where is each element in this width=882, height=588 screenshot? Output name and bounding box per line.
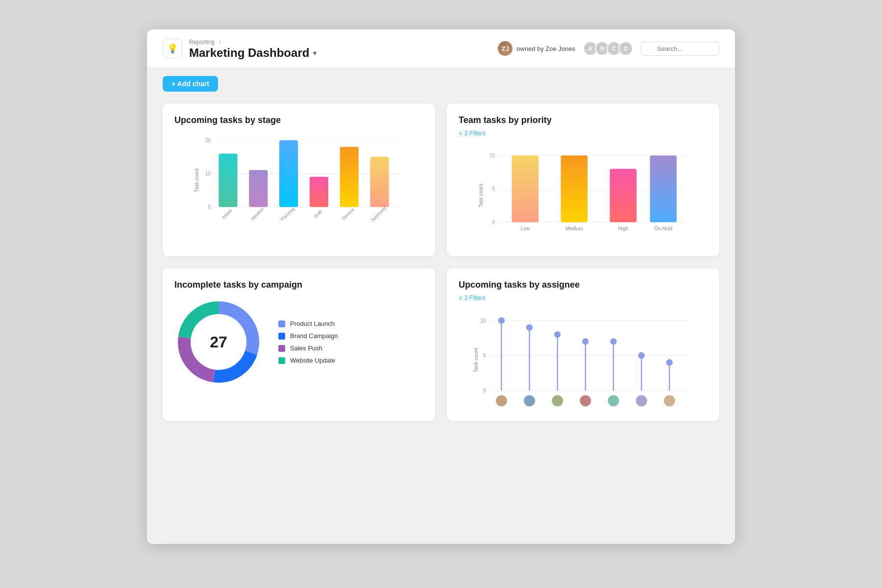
header: 💡 Reporting › Marketing Dashboard ▾ ZJ o… — [147, 29, 735, 68]
bar-chart-team: Task count 10 5 0 Low Medium High — [459, 147, 708, 245]
avatar: D — [618, 41, 633, 56]
svg-text:10: 10 — [205, 171, 211, 176]
svg-text:10: 10 — [480, 318, 486, 323]
owner-section: ZJ owned by Zoe Jones — [498, 41, 575, 56]
avatar: ZJ — [498, 41, 513, 56]
svg-rect-15 — [340, 147, 359, 207]
svg-text:20: 20 — [205, 138, 211, 143]
svg-rect-28 — [561, 155, 588, 222]
svg-point-58 — [580, 395, 591, 406]
svg-point-67 — [664, 395, 675, 406]
svg-text:High: High — [618, 226, 629, 231]
svg-point-66 — [666, 359, 673, 366]
legend-color — [278, 357, 285, 364]
chart-card-incomplete-tasks: Incomplete tasks by campaign — [163, 268, 435, 421]
donut-center: 27 — [210, 333, 227, 351]
svg-text:Planning: Planning — [280, 206, 295, 222]
donut-wrapper: 27 — [174, 298, 263, 386]
list-item: Website Update — [278, 357, 338, 364]
lollipop-chart: Task count 10 5 0 — [459, 311, 708, 409]
svg-text:5: 5 — [492, 186, 495, 192]
filter-badge[interactable]: ≡ 2 Filters — [459, 130, 486, 137]
chart-card-team-tasks: Team tasks by priority ≡ 2 Filters — [447, 103, 719, 256]
chart-title: Upcoming tasks by stage — [174, 115, 423, 125]
legend-color — [278, 345, 285, 352]
svg-point-51 — [526, 324, 533, 331]
svg-point-55 — [552, 395, 563, 406]
lollipop-svg: Task count 10 5 0 — [459, 311, 708, 409]
legend-color — [278, 320, 285, 327]
svg-rect-7 — [219, 153, 237, 207]
toolbar: + Add chart — [147, 68, 735, 99]
svg-point-54 — [554, 331, 561, 338]
svg-point-57 — [582, 338, 588, 344]
bar-chart-svg-team: Task count 10 5 0 Low Medium High — [459, 147, 708, 245]
title-row: Marketing Dashboard ▾ — [189, 46, 317, 60]
breadcrumb-section: Reporting › Marketing Dashboard ▾ — [189, 37, 317, 60]
logo-icon: 💡 — [163, 39, 182, 58]
legend: Product Launch Brand Campaign Sales Push… — [278, 320, 338, 364]
list-item: Product Launch — [278, 320, 338, 327]
filter-icon: ≡ — [459, 130, 462, 137]
legend-label: Brand Campaign — [290, 332, 338, 340]
svg-point-52 — [524, 395, 535, 406]
svg-point-60 — [610, 338, 616, 344]
svg-text:Review: Review — [342, 207, 355, 220]
svg-rect-32 — [650, 155, 677, 222]
bar-chart-upcoming: Task count 20 10 0 Intake Ideation — [174, 131, 423, 229]
svg-text:0: 0 — [483, 388, 486, 393]
svg-text:On Hold: On Hold — [654, 226, 672, 231]
svg-point-64 — [636, 395, 647, 406]
legend-label: Sales Push — [290, 344, 322, 352]
svg-text:Task count: Task count — [194, 169, 199, 192]
filter-icon: ≡ — [459, 294, 462, 301]
svg-rect-30 — [610, 169, 637, 222]
svg-rect-9 — [249, 170, 268, 207]
chart-title: Upcoming tasks by assignee — [459, 280, 708, 290]
chart-title: Team tasks by priority — [459, 115, 708, 125]
legend-color — [278, 333, 285, 340]
svg-text:10: 10 — [490, 153, 495, 158]
svg-text:Intake: Intake — [221, 208, 233, 220]
app-window: 💡 Reporting › Marketing Dashboard ▾ ZJ o… — [147, 29, 735, 544]
list-item: Brand Campaign — [278, 332, 338, 340]
legend-label: Website Update — [290, 357, 335, 364]
search-wrapper: 🔍 — [641, 42, 719, 56]
filter-badge-assignee[interactable]: ≡ 2 Filters — [459, 294, 486, 301]
page-title: Marketing Dashboard — [189, 46, 309, 60]
svg-text:Medium: Medium — [565, 226, 583, 231]
svg-point-61 — [608, 395, 619, 406]
svg-text:5: 5 — [483, 353, 486, 358]
avatar-group: A B C D — [583, 41, 633, 56]
svg-text:Draft: Draft — [313, 209, 323, 219]
donut-area: 27 Product Launch Brand Campaign Sales P… — [174, 298, 423, 386]
header-left: 💡 Reporting › Marketing Dashboard ▾ — [163, 37, 317, 60]
legend-label: Product Launch — [290, 320, 335, 327]
chart-card-assignee: Upcoming tasks by assignee ≡ 2 Filters T… — [447, 268, 719, 421]
svg-rect-26 — [512, 155, 539, 222]
svg-rect-13 — [310, 177, 328, 207]
svg-text:Task count: Task count — [473, 348, 479, 372]
list-item: Sales Push — [278, 344, 338, 352]
svg-rect-11 — [279, 140, 298, 207]
chart-card-upcoming-tasks: Upcoming tasks by stage — [163, 103, 435, 256]
chart-title: Incomplete tasks by campaign — [174, 280, 423, 290]
svg-text:Low: Low — [521, 226, 530, 231]
svg-text:0: 0 — [208, 204, 211, 210]
owner-text: owned by Zoe Jones — [516, 45, 575, 52]
search-input[interactable] — [641, 42, 719, 56]
breadcrumb: Reporting › — [189, 37, 317, 46]
bar-chart-svg: Task count 20 10 0 Intake Ideation — [174, 131, 423, 229]
svg-text:Approved: Approved — [370, 206, 387, 223]
dashboard-grid: Upcoming tasks by stage — [147, 99, 735, 437]
svg-point-63 — [638, 352, 644, 359]
svg-rect-17 — [370, 157, 389, 207]
chevron-down-icon[interactable]: ▾ — [313, 49, 317, 57]
svg-point-49 — [496, 395, 507, 406]
svg-text:Ideation: Ideation — [250, 207, 265, 221]
svg-text:0: 0 — [492, 220, 495, 225]
add-chart-button[interactable]: + Add chart — [163, 76, 218, 92]
svg-text:Task count: Task count — [478, 184, 484, 207]
header-right: ZJ owned by Zoe Jones A B C D 🔍 — [498, 41, 719, 56]
svg-point-48 — [498, 317, 505, 323]
